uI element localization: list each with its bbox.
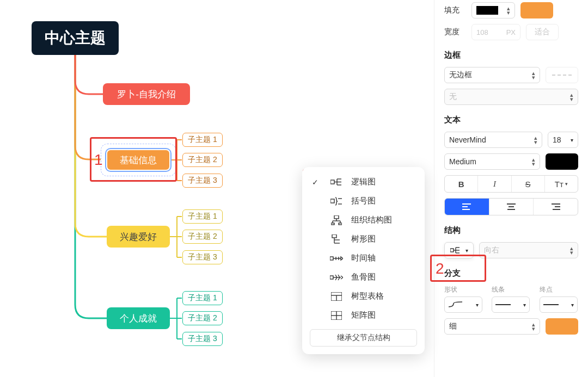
font-size-value: 18 <box>553 135 561 144</box>
align-right-icon <box>552 203 560 210</box>
align-left-button[interactable] <box>445 199 489 215</box>
brace-chart-icon <box>329 197 344 206</box>
stepper-caret-icon: ▴▾ <box>532 322 535 331</box>
structure-option-fishbone[interactable]: 鱼骨图 <box>302 268 425 287</box>
svg-rect-24 <box>330 276 333 279</box>
structure-option-label: 树型表格 <box>351 291 384 301</box>
subtopic-node[interactable]: 子主题 2 <box>182 153 223 167</box>
branch-shape-label: 形状 <box>444 285 483 294</box>
chevron-down-icon: ▾ <box>565 181 568 187</box>
logic-chart-icon <box>450 246 461 254</box>
border-color-value: 无 <box>449 92 457 102</box>
font-family-select[interactable]: NeverMind ▴▾ <box>444 132 542 148</box>
text-section-title: 文本 <box>444 115 578 125</box>
structure-option-tree[interactable]: 树形图 <box>302 230 425 249</box>
structure-option-org[interactable]: 组织结构图 <box>302 211 425 230</box>
color-swatch-black <box>476 6 498 15</box>
align-center-button[interactable] <box>489 199 534 215</box>
structure-direction-select[interactable]: 向右 ▴▾ <box>479 242 578 258</box>
fill-color-select[interactable]: ▴▾ <box>471 2 515 18</box>
subtopic-node[interactable]: 子主题 3 <box>182 332 223 346</box>
text-color-swatch[interactable] <box>546 153 578 170</box>
chevron-down-icon: ▾ <box>571 302 574 308</box>
matrix-icon <box>329 311 344 320</box>
bold-button[interactable]: B <box>445 176 478 192</box>
stepper-caret-icon: ▴▾ <box>507 6 510 15</box>
border-section-title: 边框 <box>444 50 578 60</box>
tree-table-icon <box>329 292 344 301</box>
align-center-icon <box>507 203 516 210</box>
inherit-parent-structure-button[interactable]: 继承父节点结构 <box>310 329 417 347</box>
subtopic-node[interactable]: 子主题 1 <box>182 291 223 305</box>
structure-option-brace[interactable]: 括号图 <box>302 191 425 211</box>
stepper-caret-icon: ▴▾ <box>532 71 535 79</box>
fishbone-icon <box>329 274 344 281</box>
structure-option-label: 逻辑图 <box>351 177 376 187</box>
subtopic-node[interactable]: 子主题 3 <box>182 174 223 188</box>
chevron-down-icon: ▾ <box>523 302 526 308</box>
structure-option-logic[interactable]: ✓ 逻辑图 <box>302 172 425 191</box>
stepper-caret-icon: ▴▾ <box>570 246 573 255</box>
svg-rect-9 <box>334 215 339 219</box>
check-icon: ✓ <box>312 178 318 187</box>
border-color-select[interactable]: 无 ▴▾ <box>444 89 578 105</box>
italic-button[interactable]: I <box>478 176 511 192</box>
structure-option-treetable[interactable]: 树型表格 <box>302 287 425 306</box>
strike-button[interactable]: S <box>512 176 545 192</box>
subtopic-node[interactable]: 子主题 2 <box>182 230 223 244</box>
annotation-number-1: 1 <box>94 151 103 169</box>
text-case-icon: Tт <box>555 180 564 189</box>
structure-option-matrix[interactable]: 矩阵图 <box>302 306 425 325</box>
stepper-caret-icon: ▴▾ <box>532 157 535 166</box>
branch-node-intro[interactable]: 罗卜-自我介绍 <box>103 83 190 105</box>
width-value: 108 <box>476 28 488 36</box>
structure-option-timeline[interactable]: 时间轴 <box>302 249 425 268</box>
border-line-preview[interactable] <box>546 67 578 83</box>
chevron-down-icon: ▾ <box>465 248 468 254</box>
logic-chart-icon <box>329 178 344 187</box>
timeline-icon <box>329 255 344 262</box>
shape-curve-icon <box>448 301 463 308</box>
fit-button[interactable]: 适合 <box>526 24 559 40</box>
branch-shape-select[interactable]: ▾ <box>444 296 482 313</box>
text-transform-button[interactable]: Tт ▾ <box>545 176 578 192</box>
branch-node-hobby[interactable]: 兴趣爱好 <box>107 226 170 248</box>
structure-direction-value: 向右 <box>484 245 499 255</box>
chevron-down-icon: ▾ <box>571 137 573 143</box>
fill-label: 填充 <box>444 5 466 15</box>
svg-rect-20 <box>330 257 333 260</box>
subtopic-node[interactable]: 子主题 3 <box>182 250 223 264</box>
branch-end-select[interactable]: ▾ <box>540 296 578 313</box>
svg-rect-6 <box>330 199 334 203</box>
subtopic-node[interactable]: 子主题 1 <box>182 133 223 147</box>
svg-rect-0 <box>330 180 334 184</box>
width-input[interactable]: 108 PX <box>471 24 520 40</box>
text-align-row <box>444 198 578 215</box>
branch-color-swatch[interactable] <box>546 318 578 335</box>
subtopic-node[interactable]: 子主题 2 <box>182 311 223 325</box>
center-topic-node[interactable]: 中心主题 <box>32 21 119 55</box>
align-right-button[interactable] <box>534 199 578 215</box>
branch-thickness-value: 细 <box>449 322 457 331</box>
font-size-select[interactable]: 18 ▾ <box>548 132 578 148</box>
fill-color-swatch[interactable] <box>520 2 553 18</box>
solid-line-icon <box>495 302 511 307</box>
structure-option-label: 括号图 <box>351 196 376 206</box>
structure-option-label: 鱼骨图 <box>351 272 376 282</box>
width-unit: PX <box>506 28 516 36</box>
svg-line-26 <box>335 275 337 277</box>
branch-line-select[interactable]: ▾ <box>492 296 530 313</box>
font-weight-select[interactable]: Medium ▴▾ <box>444 153 540 170</box>
border-style-select[interactable]: 无边框 ▴▾ <box>444 67 540 83</box>
branch-node-achieve[interactable]: 个人成就 <box>107 307 170 329</box>
align-left-icon <box>462 203 471 210</box>
annotation-box-1 <box>90 137 177 182</box>
svg-line-28 <box>338 275 340 277</box>
svg-line-29 <box>338 277 340 280</box>
org-chart-icon <box>329 215 344 225</box>
branch-thickness-select[interactable]: 细 ▴▾ <box>444 318 540 335</box>
structure-section-title: 结构 <box>444 225 578 236</box>
dashed-line-icon <box>552 75 572 76</box>
font-weight-value: Medium <box>449 157 476 166</box>
subtopic-node[interactable]: 子主题 1 <box>182 209 223 224</box>
